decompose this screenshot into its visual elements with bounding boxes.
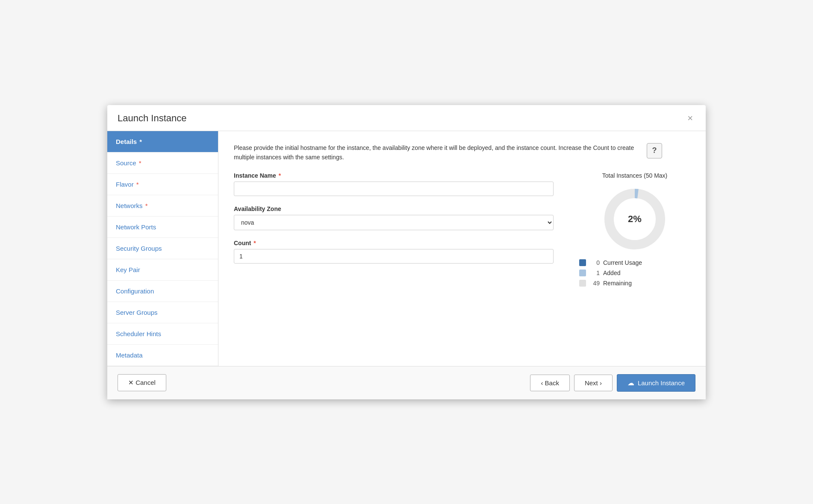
availability-zone-label: Availability Zone	[234, 205, 554, 212]
instance-name-input[interactable]	[234, 182, 554, 196]
legend-item-remaining: 49 Remaining	[579, 280, 690, 287]
sidebar: Details * Source * Flavor * Networks * N…	[107, 131, 218, 366]
form-fields: Instance Name * Availability Zone nova	[234, 172, 554, 264]
cancel-button[interactable]: ✕ Cancel	[118, 374, 166, 391]
count-group: Count *	[234, 240, 554, 264]
launch-instance-modal: Launch Instance × Details * Source * Fla…	[107, 105, 706, 399]
modal-header: Launch Instance ×	[107, 105, 706, 131]
help-button[interactable]: ?	[647, 143, 662, 158]
required-star-name: *	[277, 172, 281, 179]
instance-name-label: Instance Name *	[234, 172, 554, 179]
legend-item-added: 1 Added	[579, 270, 690, 276]
sidebar-item-server-groups[interactable]: Server Groups	[107, 302, 218, 323]
legend-count-remaining: 49	[589, 280, 600, 287]
sidebar-item-metadata[interactable]: Metadata	[107, 345, 218, 366]
back-button[interactable]: ‹ Back	[530, 375, 570, 391]
launch-instance-label: Launch Instance	[638, 379, 685, 387]
count-input[interactable]	[234, 249, 554, 264]
modal-footer: ✕ Cancel ‹ Back Next › ☁ Launch Instance	[107, 366, 706, 399]
required-star-flavor: *	[136, 181, 139, 188]
required-star-details: *	[139, 138, 142, 145]
chart-panel: Total Instances (50 Max) 2%	[579, 172, 690, 287]
sidebar-item-networks[interactable]: Networks *	[107, 195, 218, 217]
sidebar-item-source[interactable]: Source *	[107, 152, 218, 174]
description-row: Please provide the initial hostname for …	[234, 143, 690, 162]
legend-item-current-usage: 0 Current Usage	[579, 259, 690, 266]
sidebar-item-key-pair[interactable]: Key Pair	[107, 259, 218, 281]
footer-right-buttons: ‹ Back Next › ☁ Launch Instance	[530, 374, 695, 392]
legend-count-added: 1	[589, 270, 600, 276]
legend-color-added	[579, 270, 586, 276]
form-area: Instance Name * Availability Zone nova	[234, 172, 690, 287]
required-star-count: *	[252, 240, 256, 246]
legend-count-current-usage: 0	[589, 259, 600, 266]
count-label: Count *	[234, 240, 554, 246]
donut-chart: 2%	[601, 185, 669, 253]
sidebar-item-security-groups[interactable]: Security Groups	[107, 238, 218, 259]
sidebar-item-details[interactable]: Details *	[107, 131, 218, 152]
chart-legend: 0 Current Usage 1 Added 49 Remaining	[579, 259, 690, 287]
instance-name-group: Instance Name *	[234, 172, 554, 196]
close-button[interactable]: ×	[685, 113, 695, 124]
description-text: Please provide the initial hostname for …	[234, 143, 640, 162]
next-button[interactable]: Next ›	[574, 375, 613, 391]
availability-zone-group: Availability Zone nova	[234, 205, 554, 230]
cloud-icon: ☁	[627, 379, 634, 387]
legend-label-current-usage: Current Usage	[603, 259, 642, 266]
chart-title: Total Instances (50 Max)	[602, 172, 668, 179]
required-star-networks: *	[145, 202, 148, 209]
legend-label-added: Added	[603, 270, 620, 276]
legend-label-remaining: Remaining	[603, 280, 632, 287]
modal-title: Launch Instance	[118, 113, 186, 124]
main-content: Please provide the initial hostname for …	[218, 131, 706, 366]
sidebar-item-scheduler-hints[interactable]: Scheduler Hints	[107, 323, 218, 345]
required-star-source: *	[139, 159, 141, 167]
sidebar-item-flavor[interactable]: Flavor *	[107, 174, 218, 195]
sidebar-item-configuration[interactable]: Configuration	[107, 281, 218, 302]
legend-color-current-usage	[579, 259, 586, 266]
sidebar-item-network-ports[interactable]: Network Ports	[107, 217, 218, 238]
availability-zone-select[interactable]: nova	[234, 215, 554, 230]
donut-center-text: 2%	[628, 214, 642, 225]
modal-body: Details * Source * Flavor * Networks * N…	[107, 131, 706, 366]
legend-color-remaining	[579, 280, 586, 287]
launch-instance-button[interactable]: ☁ Launch Instance	[617, 374, 695, 392]
